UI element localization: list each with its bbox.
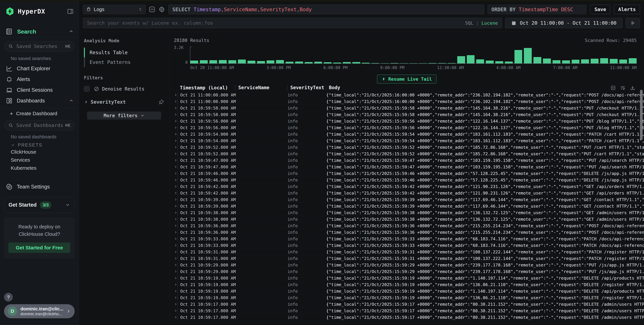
orderby-clause-input[interactable]: ORDER BY TimestampTime DESC bbox=[488, 5, 586, 14]
brand-title: HyperDX bbox=[18, 8, 45, 15]
sql-toggle[interactable]: SQL bbox=[465, 20, 473, 26]
mode-event-patterns[interactable]: Event Patterns bbox=[84, 57, 164, 67]
table-row[interactable]: Oct 21 10:59:54.000 AM info {"time_local… bbox=[174, 131, 644, 137]
table-row[interactable]: Oct 21 10:59:42.000 AM info {"time_local… bbox=[174, 190, 644, 196]
help-button[interactable]: ? bbox=[4, 293, 13, 302]
saved-dashboards-input[interactable]: Saved Dashboards ⌘K bbox=[4, 120, 74, 130]
main-area: Logs SELECT Timestamp ,ServiceName,Sever… bbox=[79, 1, 644, 325]
table-row[interactable]: Oct 21 10:59:19.000 AM info {"time_local… bbox=[174, 294, 644, 301]
table-row[interactable]: Oct 21 11:00:00.000 AM info {"time_local… bbox=[174, 92, 644, 98]
user-menu[interactable]: D dominic.tran@clic... dominic.tran@clic… bbox=[4, 304, 75, 318]
alerts-button[interactable]: Alerts bbox=[614, 5, 640, 14]
table-row[interactable]: Oct 21 10:59:29.000 AM info {"time_local… bbox=[174, 262, 644, 268]
presets-toggle[interactable]: PRESETS bbox=[11, 142, 79, 148]
table-row[interactable]: Oct 21 10:59:31.000 AM info {"time_local… bbox=[174, 249, 644, 255]
table-row[interactable]: Oct 21 10:59:46.000 AM info {"time_local… bbox=[174, 177, 644, 183]
table-row[interactable]: Oct 21 10:59:17.000 AM info {"time_local… bbox=[174, 301, 644, 308]
date-range-picker[interactable]: Oct 20 11:00:00 - Oct 21 11:00:00 bbox=[505, 18, 622, 28]
save-button[interactable]: Save bbox=[590, 5, 610, 14]
table-row[interactable]: Oct 21 10:59:38.000 AM info {"time_local… bbox=[174, 216, 644, 222]
sidebar-item-dashboards[interactable]: Dashboards bbox=[0, 95, 79, 106]
column-header-servicename[interactable]: ServiceName bbox=[235, 85, 287, 90]
histogram-bar bbox=[381, 63, 389, 63]
get-started-free-button[interactable]: Get Started for Free bbox=[8, 243, 70, 253]
table-row[interactable]: Oct 21 10:59:47.000 AM info {"time_local… bbox=[174, 164, 644, 170]
table-row[interactable]: Oct 21 11:00:00.000 AM info {"time_local… bbox=[174, 98, 644, 105]
row-timestamp: Oct 21 10:59:52.000 AM bbox=[178, 145, 233, 150]
download-icon[interactable] bbox=[630, 85, 635, 91]
event-search-input[interactable]: Search your events w/ Lucene ex. column:… bbox=[83, 18, 502, 28]
saved-searches-input[interactable]: Saved Searches ⌘K bbox=[4, 41, 74, 51]
results-histogram[interactable]: 3.2K 0 Oct 20 11:00:00 AM3:00:00 PM6:00:… bbox=[174, 47, 636, 70]
more-filters-button[interactable]: More filters bbox=[87, 111, 161, 120]
sidebar-item-kubernetes[interactable]: Kubernetes bbox=[0, 164, 79, 172]
chevron-down-icon[interactable] bbox=[65, 202, 70, 207]
sql-editor-icon[interactable] bbox=[149, 6, 156, 13]
dashboards-grid-icon bbox=[6, 97, 13, 104]
column-header-timestamp[interactable]: Timestamp (Local) bbox=[180, 85, 235, 91]
sidebar-item-clickhouse[interactable]: ClickHouse bbox=[0, 148, 79, 156]
shortcut-badge: ⌘K bbox=[65, 123, 70, 128]
table-row[interactable]: Oct 21 10:59:17.000 AM info {"time_local… bbox=[174, 314, 644, 321]
row-body: {"time_local":"21/Oct/2025:15:59:33 +000… bbox=[324, 243, 644, 248]
table-row[interactable]: Oct 21 10:59:38.000 AM info {"time_local… bbox=[174, 209, 644, 216]
table-row[interactable]: Oct 21 10:59:19.000 AM info {"time_local… bbox=[174, 288, 644, 294]
table-row[interactable]: Oct 21 10:59:47.000 AM info {"time_local… bbox=[174, 157, 644, 164]
histogram-bar bbox=[390, 63, 398, 63]
table-row[interactable]: Oct 21 10:59:31.000 AM info {"time_local… bbox=[174, 255, 644, 262]
table-row[interactable]: Oct 21 10:59:42.000 AM info {"time_local… bbox=[174, 183, 644, 190]
column-config-icon[interactable] bbox=[610, 85, 616, 91]
row-timestamp: Oct 21 10:59:46.000 AM bbox=[178, 178, 233, 182]
sidebar-item-client-sessions[interactable]: Client Sessions bbox=[0, 85, 79, 95]
table-row[interactable]: Oct 21 10:59:58.000 AM info {"time_local… bbox=[174, 105, 644, 111]
sidebar-item-alerts[interactable]: Alerts bbox=[0, 74, 79, 85]
sidebar-item-team-settings[interactable]: Team Settings bbox=[0, 181, 79, 192]
source-select[interactable]: Logs bbox=[83, 5, 146, 14]
select-clause-input[interactable]: SELECT Timestamp ,ServiceName,SeverityTe… bbox=[168, 5, 484, 14]
sidebar-item-services[interactable]: Services bbox=[0, 156, 79, 164]
mode-results-table[interactable]: Results Table bbox=[84, 48, 164, 57]
chevron-up-icon[interactable] bbox=[69, 29, 74, 34]
table-row[interactable]: Oct 21 10:59:52.000 AM info {"time_local… bbox=[174, 144, 644, 150]
topbar: Logs SELECT Timestamp ,ServiceName,Sever… bbox=[79, 1, 644, 28]
table-row[interactable]: Oct 21 10:59:36.000 AM info {"time_local… bbox=[174, 229, 644, 236]
table-row[interactable]: Oct 21 10:59:52.000 AM info {"time_local… bbox=[174, 150, 644, 157]
table-scrollbar[interactable] bbox=[640, 90, 643, 140]
table-row[interactable]: Oct 21 10:59:39.000 AM info {"time_local… bbox=[174, 203, 644, 209]
wrap-lines-icon[interactable] bbox=[620, 85, 626, 91]
search-row: Search your events w/ Lucene ex. column:… bbox=[83, 18, 640, 28]
sidebar-collapse-icon[interactable] bbox=[67, 8, 74, 15]
chevron-up-icon[interactable] bbox=[69, 98, 74, 103]
table-row[interactable]: Oct 21 10:59:19.000 AM info {"time_local… bbox=[174, 275, 644, 281]
table-row[interactable]: Oct 21 10:59:56.000 AM info {"time_local… bbox=[174, 118, 644, 124]
sidebar-item-chart-explorer[interactable]: Chart Explorer bbox=[0, 63, 79, 74]
table-row[interactable]: Oct 21 10:59:56.000 AM info {"time_local… bbox=[174, 124, 644, 131]
resume-live-tail-button[interactable]: Resume Live Tail bbox=[377, 75, 436, 83]
column-header-severitytext[interactable]: SeverityText bbox=[287, 85, 326, 90]
lucene-toggle[interactable]: Lucene bbox=[482, 20, 498, 26]
filter-field-severitytext[interactable]: SeverityText bbox=[84, 99, 164, 105]
window-top-strip bbox=[0, 0, 644, 1]
table-row[interactable]: Oct 21 10:59:58.000 AM info {"time_local… bbox=[174, 111, 644, 118]
column-header-body[interactable]: Body bbox=[326, 85, 644, 90]
histogram-bar bbox=[457, 56, 465, 63]
table-row[interactable]: Oct 21 10:59:33.000 AM info {"time_local… bbox=[174, 236, 644, 242]
sidebar-item-search[interactable]: Search bbox=[5, 27, 74, 36]
create-dashboard-button[interactable]: + Create Dashboard bbox=[0, 108, 79, 119]
table-row[interactable]: Oct 21 10:59:17.000 AM info {"time_local… bbox=[174, 308, 644, 314]
pin-icon[interactable] bbox=[158, 99, 164, 105]
get-started-card[interactable]: Get Started 3/3 bbox=[4, 197, 75, 213]
query-settings-gear-icon[interactable] bbox=[158, 6, 165, 13]
table-row[interactable]: Oct 21 10:59:19.000 AM info {"time_local… bbox=[174, 281, 644, 288]
resume-live-tail-label: Resume Live Tail bbox=[388, 76, 432, 82]
table-row[interactable]: Oct 21 10:59:29.000 AM info {"time_local… bbox=[174, 268, 644, 275]
row-severity: info bbox=[285, 250, 324, 254]
table-row[interactable]: Oct 21 10:59:33.000 AM info {"time_local… bbox=[174, 242, 644, 249]
table-row[interactable]: Oct 21 10:59:39.000 AM info {"time_local… bbox=[174, 196, 644, 203]
run-query-button[interactable] bbox=[626, 18, 640, 28]
table-row[interactable]: Oct 21 10:59:46.000 AM info {"time_local… bbox=[174, 170, 644, 177]
table-row[interactable]: Oct 21 10:59:36.000 AM info {"time_local… bbox=[174, 222, 644, 229]
table-row[interactable]: Oct 21 10:59:54.000 AM info {"time_local… bbox=[174, 137, 644, 144]
row-body: {"time_local":"21/Oct/2025:15:59:39 +000… bbox=[324, 197, 644, 202]
denoise-checkbox[interactable] bbox=[84, 86, 90, 92]
